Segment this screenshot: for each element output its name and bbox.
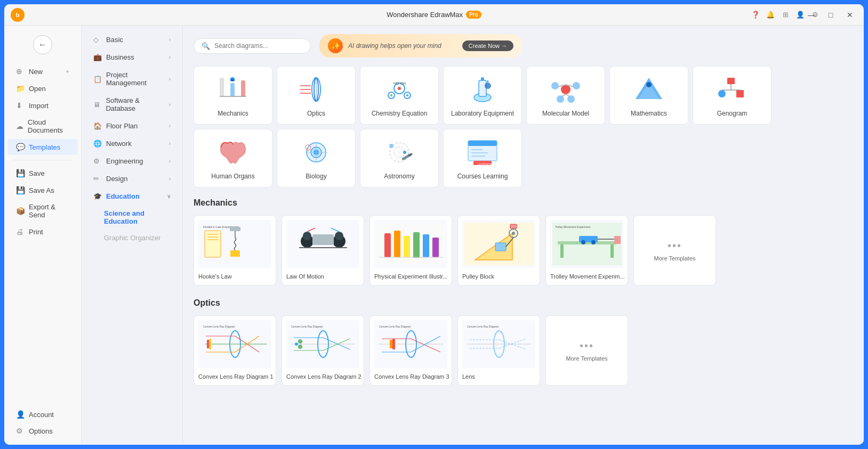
svg-rect-65 bbox=[230, 227, 240, 231]
category-astronomy[interactable]: Astronomy bbox=[360, 129, 439, 187]
category-optics[interactable]: Optics bbox=[277, 66, 356, 125]
organs-thumb bbox=[214, 136, 252, 168]
category-genogram[interactable]: Genogram bbox=[693, 66, 771, 125]
submenu-science[interactable]: Science and Education bbox=[85, 206, 179, 229]
menu-project[interactable]: 📋Project Management › bbox=[85, 67, 179, 91]
menu-engineering[interactable]: ⚙Engineering › bbox=[85, 153, 179, 169]
close-button[interactable]: ✕ bbox=[842, 7, 857, 22]
menu-network[interactable]: 🌐Network › bbox=[85, 135, 179, 152]
astronomy-thumb bbox=[381, 136, 418, 168]
app-title: Wondershare EdrawMax Pro bbox=[387, 11, 481, 19]
svg-rect-1 bbox=[230, 83, 235, 96]
svg-point-49 bbox=[398, 151, 401, 154]
menu-software[interactable]: 🖥Software & Database › bbox=[85, 92, 179, 117]
svg-rect-86 bbox=[423, 234, 429, 257]
svg-rect-118 bbox=[209, 339, 211, 349]
nav-print[interactable]: 🖨 Print bbox=[7, 224, 78, 240]
svg-point-51 bbox=[403, 151, 406, 154]
nav-save-as[interactable]: 💾 Save As bbox=[7, 182, 78, 198]
more-mechanics-button[interactable]: ••• More Templates bbox=[633, 215, 716, 285]
svg-point-104 bbox=[581, 240, 585, 244]
template-lens[interactable]: Convex Lens Ray Diagram Lens bbox=[457, 315, 540, 386]
svg-text:Convex Lens Ray Diagram: Convex Lens Ray Diagram bbox=[379, 325, 411, 328]
svg-line-32 bbox=[562, 94, 566, 96]
menu-design[interactable]: ✏Design › bbox=[85, 170, 179, 187]
nav-bottom: 👤 Account ⚙ Options bbox=[4, 406, 81, 439]
narrow-sidebar: ← ⊕ New + 📁 Open ⬇ Import ☁ Cloud Docume… bbox=[4, 26, 82, 445]
template-hookes[interactable]: Hooke's Law Experiment Hooke's Law bbox=[194, 215, 276, 285]
category-biology[interactable]: Biology bbox=[277, 129, 356, 187]
new-icon: ⊕ bbox=[16, 67, 25, 76]
search-box[interactable]: 🔍 bbox=[194, 38, 311, 54]
svg-rect-67 bbox=[230, 250, 240, 257]
minimize-button[interactable]: — bbox=[804, 7, 819, 22]
template-pulley[interactable]: Pulley Block bbox=[457, 215, 540, 285]
template-convex2[interactable]: Convex Lens Ray Diagram bbox=[282, 315, 364, 386]
svg-point-53 bbox=[389, 144, 393, 148]
nav-account[interactable]: 👤 Account bbox=[7, 406, 78, 422]
nav-save[interactable]: 💾 Save bbox=[7, 165, 78, 181]
notification-icon[interactable]: 🔔 bbox=[765, 9, 776, 21]
nav-templates[interactable]: 💬 Templates bbox=[7, 139, 78, 155]
category-math[interactable]: Mathematics bbox=[609, 66, 688, 125]
ai-create-button[interactable]: Create Now → bbox=[462, 40, 513, 51]
hookes-thumb: Hooke's Law Experiment bbox=[198, 220, 271, 268]
nav-new[interactable]: ⊕ New + bbox=[7, 63, 78, 79]
ai-banner[interactable]: ✨ AI drawing helps open your mind Create… bbox=[319, 34, 522, 58]
menu-business[interactable]: 💼Business › bbox=[85, 49, 179, 66]
svg-point-29 bbox=[567, 95, 575, 103]
optics-label: Optics bbox=[307, 110, 325, 117]
mechanics-thumb bbox=[214, 74, 252, 105]
category-lab[interactable]: Laboratory Equipment bbox=[443, 66, 522, 125]
back-button[interactable]: ← bbox=[33, 35, 52, 54]
account-icon: 👤 bbox=[16, 410, 25, 419]
template-convex3[interactable]: Convex Lens Ray Diagram Convex Lens Ray … bbox=[369, 315, 452, 386]
trolley-label: Trolley Movement Experim... bbox=[550, 273, 625, 280]
convex1-label: Convex Lens Ray Diagram 1 bbox=[198, 373, 274, 380]
category-mechanics[interactable]: Mechanics bbox=[194, 66, 272, 125]
nav-open[interactable]: 📁 Open bbox=[7, 80, 78, 96]
menu-floor[interactable]: 🏠Floor Plan › bbox=[85, 118, 179, 134]
convex2-label: Convex Lens Ray Diagram 2 bbox=[286, 373, 361, 380]
genogram-label: Genogram bbox=[717, 110, 748, 117]
template-trolley[interactable]: Trolley Movement Experiment bbox=[545, 215, 628, 285]
template-lawmotion[interactable]: Law Of Motion bbox=[282, 215, 364, 285]
category-molecular[interactable]: Molecular Model bbox=[526, 66, 605, 125]
print-icon: 🖨 bbox=[16, 227, 25, 236]
svg-rect-92 bbox=[495, 243, 506, 251]
maximize-button[interactable]: □ bbox=[823, 7, 838, 22]
titlebar: b Wondershare EdrawMax Pro ❓ 🔔 ⊞ 👤 ⚙ — □… bbox=[4, 4, 864, 26]
nav-import[interactable]: ⬇ Import bbox=[7, 97, 78, 113]
category-chemistry[interactable]: HO OH Chemistry Equation bbox=[360, 66, 439, 125]
template-convex1[interactable]: Convex Lens Ray Diagram bbox=[194, 315, 276, 386]
category-courses[interactable]: LEARNING Courses Learning bbox=[443, 129, 522, 187]
nav-options[interactable]: ⚙ Options bbox=[7, 423, 78, 439]
math-label: Mathematics bbox=[631, 110, 667, 117]
mechanics-label: Mechanics bbox=[218, 110, 248, 117]
svg-text:HO OH: HO OH bbox=[393, 81, 406, 85]
more-optics-button[interactable]: ••• More Templates bbox=[545, 315, 628, 386]
help-icon[interactable]: ❓ bbox=[750, 9, 761, 21]
wide-sidebar: ◇Basic › 💼Business › 📋Project Management… bbox=[82, 26, 183, 445]
hookes-label: Hooke's Law bbox=[198, 273, 232, 280]
template-physexp[interactable]: Physical Experiment Illustr... bbox=[369, 215, 452, 285]
nav-cloud[interactable]: ☁ Cloud Documents bbox=[7, 115, 78, 138]
svg-point-94 bbox=[512, 232, 515, 235]
svg-text:LEARNING: LEARNING bbox=[477, 162, 494, 166]
grid-icon[interactable]: ⊞ bbox=[779, 9, 791, 21]
search-input[interactable] bbox=[214, 42, 303, 50]
category-organs[interactable]: Human Organs bbox=[194, 129, 272, 187]
svg-rect-0 bbox=[220, 78, 224, 96]
svg-rect-137 bbox=[392, 339, 395, 349]
courses-thumb: LEARNING bbox=[464, 136, 501, 168]
import-icon: ⬇ bbox=[16, 101, 25, 110]
menu-basic[interactable]: ◇Basic › bbox=[85, 31, 179, 48]
menu-education[interactable]: 🎓Education ∨ bbox=[85, 188, 179, 205]
svg-rect-102 bbox=[610, 244, 614, 258]
engineering-icon: ⚙ bbox=[93, 157, 102, 165]
svg-point-26 bbox=[551, 82, 559, 89]
nav-export[interactable]: 📦 Export & Send bbox=[7, 199, 78, 223]
main-content: 🔍 ✨ AI drawing helps open your mind Crea… bbox=[183, 26, 864, 445]
submenu-graphic[interactable]: Graphic Organizer bbox=[85, 230, 179, 246]
pro-badge: Pro bbox=[466, 11, 481, 19]
